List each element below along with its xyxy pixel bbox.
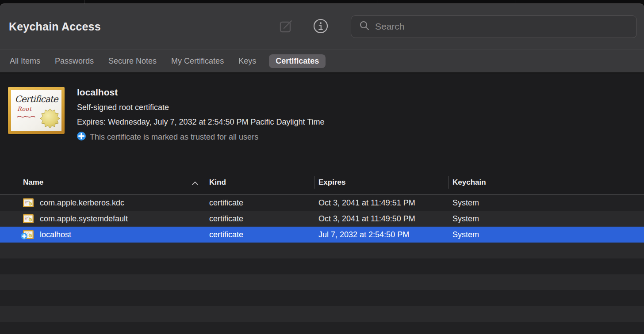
certificate-detail-panel: Certificate Root: [0, 73, 644, 171]
row-keychain: System: [448, 198, 527, 208]
detail-text-block: localhost Self-signed root certificate E…: [77, 87, 325, 171]
toolbar: Keychain Access: [0, 4, 644, 49]
column-separator[interactable]: [527, 176, 527, 189]
certificate-art-title: Certificate: [11, 90, 61, 104]
table-row-systemdefault[interactable]: com.apple.systemdefault certificate Oct …: [0, 211, 644, 227]
row-kind: certificate: [205, 230, 314, 239]
row-expires: Jul 7, 2032 at 2:54:50 PM: [314, 230, 448, 239]
search-input[interactable]: [375, 21, 630, 32]
certificate-large-icon: Certificate Root: [8, 87, 65, 134]
tab-secure-notes[interactable]: Secure Notes: [108, 54, 157, 68]
edit-button[interactable]: [278, 18, 294, 35]
row-keychain: System: [448, 214, 527, 224]
empty-row-stripe: [0, 243, 644, 258]
background-divider: [515, 0, 515, 4]
empty-row-stripe: [0, 290, 644, 306]
certificate-small-icon: [23, 198, 34, 207]
certificate-small-icon-with-badge: [23, 230, 34, 239]
desktop-strip: [0, 0, 644, 4]
tab-my-certificates[interactable]: My Certificates: [171, 54, 224, 68]
tab-certificates[interactable]: Certificates: [269, 54, 326, 68]
detail-expiration: Expires: Wednesday, July 7, 2032 at 2:54…: [77, 118, 325, 127]
certificate-small-icon: [23, 214, 34, 223]
certificate-paper: Certificate Root: [11, 90, 61, 131]
row-keychain: System: [448, 230, 527, 239]
info-button[interactable]: [313, 18, 329, 35]
column-header-expires[interactable]: Expires: [314, 178, 448, 187]
search-field[interactable]: [351, 15, 637, 38]
background-divider: [84, 0, 84, 4]
row-name: com.apple.systemdefault: [40, 214, 128, 224]
empty-row-stripe: [0, 274, 644, 290]
empty-row-stripe: [0, 322, 644, 334]
compose-edit-icon: [278, 18, 294, 35]
magnifier-icon: [359, 20, 370, 33]
table-header: Name Kind Expires Keychain: [0, 171, 644, 195]
column-header-keychain[interactable]: Keychain: [448, 178, 527, 187]
info-icon: [313, 18, 329, 35]
trust-status-text: This certificate is marked as trusted fo…: [90, 133, 258, 142]
name-cell: com.apple.systemdefault: [0, 214, 205, 224]
column-separator[interactable]: [448, 176, 448, 189]
screen: Keychain Access: [0, 0, 644, 334]
trust-status-line: This certificate is marked as trusted fo…: [77, 132, 325, 142]
detail-certificate-name: localhost: [77, 87, 325, 98]
empty-row-stripe: [0, 306, 644, 322]
column-separator[interactable]: [6, 176, 6, 189]
trusted-plus-badge-icon: [77, 132, 86, 142]
detail-certificate-type: Self-signed root certificate: [77, 103, 325, 112]
name-cell: localhost: [0, 230, 205, 239]
tab-passwords[interactable]: Passwords: [55, 54, 94, 68]
column-header-kind[interactable]: Kind: [205, 178, 314, 187]
row-kind: certificate: [205, 214, 314, 224]
window-title: Keychain Access: [9, 20, 101, 33]
tab-all-items[interactable]: All Items: [10, 54, 40, 68]
category-tabbar: All Items Passwords Secure Notes My Cert…: [0, 49, 644, 72]
tab-keys[interactable]: Keys: [238, 54, 256, 68]
certificate-list: com.apple.kerberos.kdc certificate Oct 3…: [0, 195, 644, 334]
table-row-kerberos[interactable]: com.apple.kerberos.kdc certificate Oct 3…: [0, 195, 644, 211]
row-name: localhost: [40, 230, 71, 239]
gold-seal-icon: [39, 108, 61, 131]
content-area: Certificate Root: [0, 73, 644, 334]
row-name: com.apple.kerberos.kdc: [40, 198, 124, 208]
table-row-localhost-selected[interactable]: localhost certificate Jul 7, 2032 at 2:5…: [0, 227, 644, 243]
column-separator[interactable]: [314, 176, 314, 189]
column-separator[interactable]: [205, 176, 205, 189]
keychain-access-window: Keychain Access: [0, 4, 644, 334]
empty-row-stripe: [0, 258, 644, 274]
trusted-plus-badge-icon: [21, 232, 27, 242]
row-expires: Oct 3, 2041 at 11:49:51 PM: [314, 198, 448, 208]
row-expires: Oct 3, 2041 at 11:49:50 PM: [314, 214, 448, 224]
background-divider: [377, 0, 377, 4]
name-cell: com.apple.kerberos.kdc: [0, 198, 205, 208]
sort-ascending-icon: [192, 179, 199, 187]
row-kind: certificate: [205, 198, 314, 208]
flourish-icon: [16, 113, 36, 121]
column-header-name[interactable]: Name: [0, 178, 205, 187]
